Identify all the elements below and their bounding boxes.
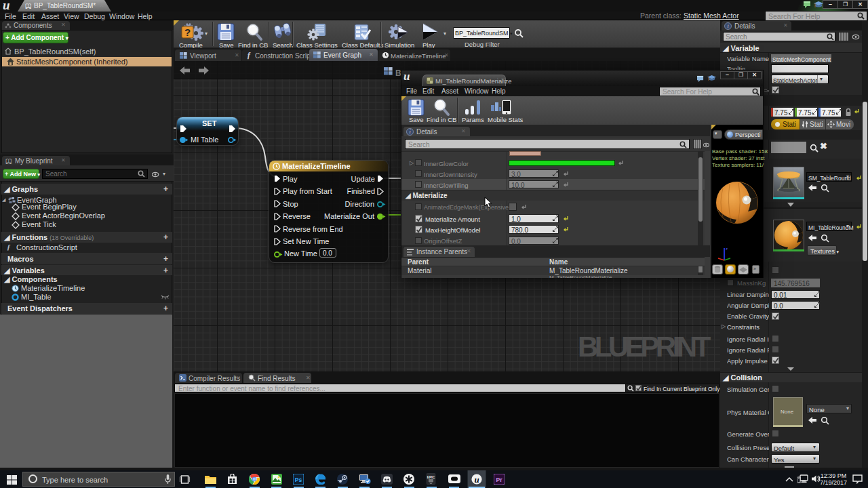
- svg-text:i: i: [727, 23, 728, 29]
- svg-text:i: i: [409, 129, 410, 135]
- svg-text:EPIC: EPIC: [427, 475, 435, 479]
- svg-text:z: z: [726, 247, 728, 251]
- svg-text:u: u: [474, 474, 479, 485]
- svg-text:?: ?: [184, 26, 191, 38]
- svg-text:Ps: Ps: [295, 476, 302, 483]
- svg-text:Pr: Pr: [496, 476, 503, 483]
